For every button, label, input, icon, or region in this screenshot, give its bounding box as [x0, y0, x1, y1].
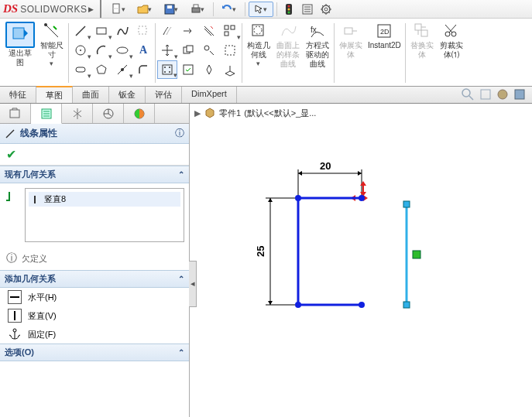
exit-sketch-button[interactable]: 退出草 图 [3, 20, 37, 86]
polygon-tool[interactable] [91, 60, 112, 79]
smart-dimension-button[interactable]: 智能尺 寸 ▾ [37, 20, 67, 86]
save-button[interactable]: ▾ [159, 2, 184, 17]
svg-point-21 [121, 68, 124, 71]
graphics-area[interactable]: ◂ ▶ 零件1 (默认<<默认>_显... 20 [190, 104, 532, 417]
expand-icon[interactable] [479, 88, 492, 102]
task-pane-icon[interactable] [513, 88, 526, 102]
search-icon[interactable] [461, 87, 475, 103]
svg-rect-39 [345, 28, 352, 34]
property-mgr-tab[interactable] [31, 104, 62, 124]
extend-entity-button: 伸展实 体 [336, 20, 366, 86]
open-file-button[interactable]: ▾ [132, 2, 157, 17]
equation-curve-button[interactable]: fx 方程式 驱动的 曲线 [303, 20, 332, 86]
text-tool[interactable]: A [133, 41, 153, 60]
tab-sketch[interactable]: 草图 [36, 86, 73, 103]
slot-tool[interactable]: ▾ [70, 60, 91, 79]
left-panel-tabs [0, 104, 189, 124]
svg-point-63 [295, 195, 301, 201]
trim-entity-button[interactable]: 剪裁实 体⑴ [437, 20, 466, 86]
spline-on-surface-button: 曲面上 的样条 曲线 [273, 20, 303, 86]
copy-sketch-tool[interactable] [178, 41, 198, 60]
tool-b[interactable] [220, 41, 240, 60]
feature-tree-flyout[interactable]: ▶ 零件1 (默认<<默认>_显... [194, 107, 316, 119]
add-relations-header[interactable]: 添加几何关系 ⌃ [0, 270, 189, 288]
instant2d-button[interactable]: 2D Instant2D [366, 20, 403, 86]
display-mgr-tab[interactable] [124, 104, 155, 123]
3d-sketch-tool[interactable] [220, 60, 240, 79]
expand-tree-icon[interactable]: ▶ [194, 108, 201, 118]
title-bar: DS SOLIDWORKS ▶ ▾ ▾ ▾ ▾ ▾ ▾ [0, 0, 532, 19]
dimension-width[interactable]: 20 [298, 160, 362, 198]
sketch-drawing: 20 25 [221, 127, 515, 382]
sketch-c-shape[interactable] [295, 195, 365, 308]
undo-button[interactable]: ▾ [217, 2, 242, 17]
existing-relations-list[interactable]: 竖直8 [25, 188, 184, 242]
add-horizontal-button[interactable]: 水平(H) [0, 288, 189, 306]
add-vertical-button[interactable]: 竖直(V) [0, 306, 189, 325]
point-tool[interactable]: ▾ [112, 60, 132, 79]
svg-point-54 [13, 329, 16, 332]
spline-tool[interactable] [112, 22, 132, 40]
selected-line[interactable] [403, 201, 420, 308]
construct-geometry-button[interactable]: 构造几 何线▾ [244, 20, 273, 86]
tab-sheetmetal[interactable]: 钣金 [109, 87, 146, 103]
feature-mgr-tab[interactable] [0, 104, 31, 123]
move-tool[interactable]: ▾ [157, 41, 177, 60]
display-delete-tool[interactable]: ▾ [157, 60, 177, 79]
add-fix-button[interactable]: 固定(F) [0, 325, 189, 344]
traffic-light-icon[interactable] [280, 2, 297, 17]
help-icon[interactable]: ⓘ [175, 127, 184, 140]
new-file-button[interactable]: ▾ [106, 2, 131, 17]
info-icon: ⓘ [6, 251, 17, 265]
dim-mgr-tab[interactable] [93, 104, 124, 123]
svg-rect-42 [415, 24, 421, 30]
tab-surface[interactable]: 曲面 [73, 87, 109, 103]
appearance-icon[interactable] [496, 88, 509, 102]
select-cursor-button[interactable]: ▾ [249, 2, 273, 17]
tab-features[interactable]: 特征 [0, 87, 36, 103]
repair-sketch-tool[interactable] [178, 60, 198, 79]
svg-rect-29 [163, 65, 172, 74]
settings-gear-icon[interactable] [317, 2, 335, 17]
quick-snap-tool[interactable] [199, 60, 219, 79]
trim-tool[interactable] [133, 22, 153, 40]
chevron-down-icon[interactable]: ▶ [88, 5, 94, 13]
dimension-height[interactable]: 25 [255, 198, 295, 305]
replace-entity-button: 替换实 体 [407, 20, 437, 86]
svg-point-11 [324, 8, 328, 11]
ellipse-tool[interactable]: ▾ [112, 41, 132, 60]
svg-point-17 [80, 50, 81, 51]
corner-rect-tool[interactable]: ▾ [91, 22, 112, 40]
svg-point-18 [117, 47, 128, 53]
print-button[interactable]: ▾ [185, 2, 210, 17]
svg-text:20: 20 [320, 160, 331, 172]
options-header[interactable]: 选项(O) ⌃ [0, 344, 189, 361]
options-button[interactable] [299, 2, 316, 17]
linear-pattern-tool[interactable]: ▾ [220, 22, 240, 40]
svg-point-31 [169, 67, 170, 68]
vertical-relation-badge[interactable] [413, 251, 420, 258]
existing-relations-header[interactable]: 现有几何关系 ⌃ [0, 166, 189, 183]
tool-a[interactable] [199, 41, 219, 60]
svg-rect-50 [10, 110, 19, 118]
tab-dimxpert[interactable]: DimXpert [182, 87, 237, 103]
svg-point-46 [462, 89, 470, 97]
offset-tool[interactable] [199, 22, 219, 40]
svg-rect-12 [13, 28, 24, 39]
svg-rect-14 [97, 28, 106, 34]
line-icon [5, 128, 15, 139]
panel-collapse-handle[interactable]: ◂ [189, 261, 197, 307]
convert-tool[interactable] [178, 22, 198, 40]
mirror-tool[interactable] [157, 22, 177, 40]
part-name: 零件1 [219, 108, 241, 119]
fillet-tool[interactable] [133, 60, 153, 79]
config-mgr-tab[interactable] [62, 104, 93, 123]
line-tool[interactable]: ▾ [70, 22, 91, 40]
arc-tool[interactable]: ▾ [91, 41, 112, 60]
ok-check-icon[interactable]: ✔ [6, 148, 16, 161]
svg-point-66 [359, 302, 365, 308]
tab-evaluate[interactable]: 评估 [146, 87, 182, 103]
svg-point-48 [498, 90, 507, 99]
relation-item[interactable]: 竖直8 [29, 192, 180, 207]
circle-tool[interactable]: ▾ [70, 41, 91, 60]
